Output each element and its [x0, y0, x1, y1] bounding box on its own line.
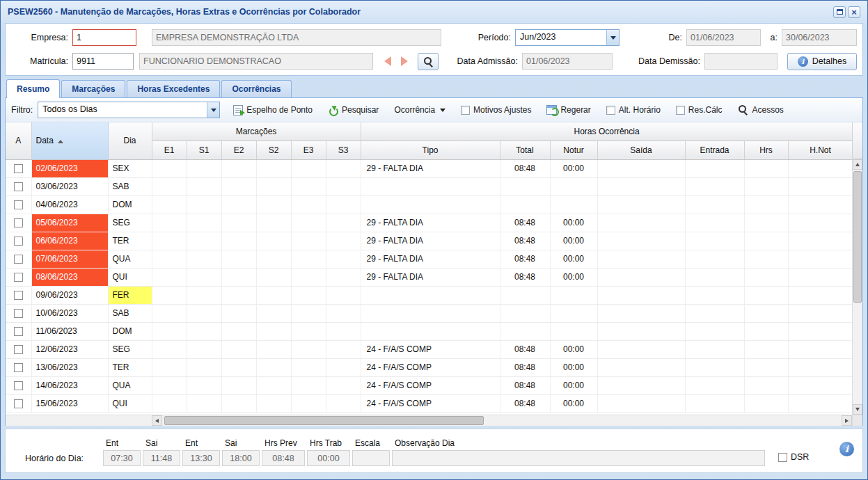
table-row[interactable]: 10/06/2023SAB: [6, 304, 853, 322]
column-header-notur[interactable]: Notur: [550, 141, 597, 159]
horizontal-scrollbar-track[interactable]: [162, 415, 842, 426]
regerar-button[interactable]: Regerar: [542, 103, 594, 117]
filtro-dropdown-button[interactable]: [207, 102, 219, 118]
res-calc-button[interactable]: Res.Cálc: [672, 103, 727, 117]
previous-record-button[interactable]: [380, 54, 395, 69]
tab-resumo[interactable]: Resumo: [6, 79, 60, 98]
column-header-hnot[interactable]: H.Not: [788, 141, 853, 159]
search-employee-button[interactable]: [418, 53, 439, 70]
horizontal-scrollbar[interactable]: [6, 415, 852, 426]
periodo-combo[interactable]: Jun/2023: [515, 29, 620, 46]
acessos-button[interactable]: Acessos: [734, 102, 788, 118]
cell-hrs: [744, 394, 788, 413]
table-row[interactable]: 05/06/2023SEG29 - FALTA DIA08:4800:00: [6, 214, 853, 232]
column-header-e1[interactable]: E1: [152, 141, 187, 159]
row-checkbox[interactable]: [14, 309, 23, 318]
dsr-checkbox[interactable]: [778, 453, 787, 462]
cell-saida: [597, 376, 685, 394]
pesquisar-button[interactable]: Pesquisar: [324, 103, 383, 118]
table-row[interactable]: 08/06/2023QUI29 - FALTA DIA08:4800:00: [6, 268, 853, 286]
ocorrencia-button[interactable]: Ocorrência: [390, 103, 450, 117]
cell-s2: [256, 214, 291, 232]
cell-e1: [152, 340, 187, 358]
table-row[interactable]: 15/06/2023QUI24 - F/A/S COMP08:4800:00: [6, 394, 853, 413]
cell-total: 08:48: [500, 268, 550, 286]
row-checkbox[interactable]: [14, 218, 23, 227]
restore-button[interactable]: [833, 6, 846, 18]
column-header-total[interactable]: Total: [500, 141, 550, 159]
footer-field-observacao-dia: [392, 450, 765, 466]
row-checkbox[interactable]: [14, 182, 23, 191]
column-header-saida[interactable]: Saída: [597, 141, 685, 159]
group-header-horas-ocorrencia: Horas Ocorrência: [361, 122, 853, 141]
cell-e2: [221, 159, 256, 177]
column-header-data[interactable]: Data: [31, 122, 108, 159]
column-header-s2[interactable]: S2: [256, 141, 291, 159]
footer-info-button[interactable]: [839, 442, 854, 456]
column-header-tipo[interactable]: Tipo: [361, 141, 500, 159]
column-header-hrs[interactable]: Hrs: [744, 141, 788, 159]
table-row[interactable]: 09/06/2023FER: [6, 286, 853, 304]
scroll-up-button[interactable]: [853, 159, 862, 170]
row-checkbox[interactable]: [14, 291, 23, 300]
vertical-scrollbar[interactable]: [852, 159, 862, 415]
row-checkbox[interactable]: [14, 327, 23, 336]
tab-marcacoes[interactable]: Marcações: [61, 80, 125, 97]
row-checkbox[interactable]: [14, 345, 23, 354]
espelho-de-ponto-button[interactable]: Espelho de Ponto: [229, 103, 317, 118]
column-header-s1[interactable]: S1: [187, 141, 221, 159]
alt-horario-button[interactable]: Alt. Horário: [602, 103, 665, 117]
row-checkbox[interactable]: [14, 237, 23, 246]
tab-horas-excedentes[interactable]: Horas Excedentes: [127, 80, 220, 97]
cell-e2: [221, 214, 256, 232]
filtro-value: Todos os Dias: [38, 102, 207, 118]
row-checkbox[interactable]: [14, 363, 23, 372]
row-checkbox[interactable]: [14, 164, 23, 173]
cell-s1: [187, 232, 221, 250]
cell-tipo: 24 - F/A/S COMP: [361, 340, 500, 358]
column-header-a[interactable]: A: [6, 122, 31, 159]
next-record-button[interactable]: [397, 54, 412, 69]
row-checkbox[interactable]: [14, 255, 23, 264]
cell-dia: QUI: [108, 394, 152, 413]
empresa-input[interactable]: [72, 29, 136, 46]
scroll-left-button[interactable]: [152, 415, 162, 426]
column-header-s3[interactable]: S3: [326, 141, 361, 159]
filtro-combo[interactable]: Todos os Dias: [38, 102, 220, 118]
table-row[interactable]: 14/06/2023QUA24 - F/A/S COMP08:4800:00: [6, 376, 853, 394]
scroll-right-button[interactable]: [842, 415, 852, 426]
detalhes-button[interactable]: Detalhes: [787, 53, 857, 70]
scroll-down-button[interactable]: [853, 404, 862, 415]
table-row[interactable]: 03/06/2023SAB: [6, 177, 853, 195]
table-row[interactable]: 07/06/2023QUA29 - FALTA DIA08:4800:00: [6, 250, 853, 268]
cell-dia: QUI: [108, 268, 152, 286]
horizontal-scrollbar-thumb[interactable]: [164, 416, 484, 425]
cell-e2: [221, 232, 256, 250]
column-header-entrada[interactable]: Entrada: [685, 141, 744, 159]
row-checkbox[interactable]: [14, 399, 23, 408]
row-checkbox[interactable]: [14, 381, 23, 390]
table-row[interactable]: 06/06/2023TER29 - FALTA DIA08:4800:00: [6, 232, 853, 250]
tab-ocorrencias[interactable]: Ocorrências: [221, 80, 291, 97]
matricula-input[interactable]: [72, 53, 134, 70]
row-checkbox[interactable]: [14, 273, 23, 282]
table-row[interactable]: 12/06/2023SEG24 - F/A/S COMP08:4800:00: [6, 340, 853, 358]
close-button[interactable]: ×: [848, 6, 860, 18]
vertical-scrollbar-thumb[interactable]: [853, 171, 862, 303]
cell-tipo: [361, 177, 500, 195]
periodo-dropdown-button[interactable]: [606, 30, 619, 45]
table-row[interactable]: 11/06/2023DOM: [6, 322, 853, 340]
cell-tipo: 29 - FALTA DIA: [361, 159, 500, 177]
table-row[interactable]: 02/06/2023SEX29 - FALTA DIA08:4800:00: [6, 159, 853, 177]
cell-data: 13/06/2023: [31, 358, 108, 376]
cell-s3: [326, 376, 361, 394]
column-header-e3[interactable]: E3: [291, 141, 326, 159]
vertical-scrollbar-track[interactable]: [853, 170, 862, 404]
row-checkbox[interactable]: [14, 200, 23, 209]
motivos-ajustes-button[interactable]: Motivos Ajustes: [457, 103, 535, 117]
column-header-dia[interactable]: Dia: [108, 122, 152, 159]
cell-notur: 00:00: [550, 268, 597, 286]
column-header-e2[interactable]: E2: [221, 141, 256, 159]
table-row[interactable]: 04/06/2023DOM: [6, 195, 853, 214]
table-row[interactable]: 13/06/2023TER24 - F/A/S COMP08:4800:00: [6, 358, 853, 376]
